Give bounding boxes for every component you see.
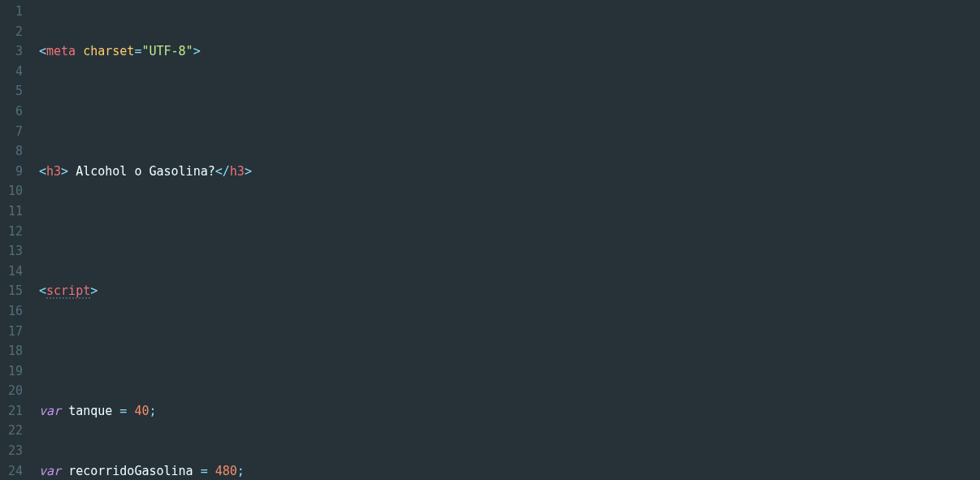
line-number: 1 <box>0 2 23 22</box>
line-number: 8 <box>0 141 23 162</box>
line-number: 16 <box>0 301 23 322</box>
code-line[interactable]: var tanque = 40; <box>39 401 980 422</box>
line-number: 17 <box>0 322 23 342</box>
line-number-gutter: 1 2 3 4 5 6 7 8 9 10 11 12 13 14 15 16 1… <box>0 0 31 480</box>
line-number: 7 <box>0 122 23 142</box>
line-number: 2 <box>0 22 23 42</box>
line-number: 14 <box>0 262 23 282</box>
code-editor[interactable]: 1 2 3 4 5 6 7 8 9 10 11 12 13 14 15 16 1… <box>0 0 980 480</box>
code-line[interactable] <box>39 341 980 361</box>
code-line[interactable]: <script> <box>39 281 980 301</box>
line-number: 15 <box>0 281 23 301</box>
line-number: 23 <box>0 441 23 461</box>
line-number: 21 <box>0 401 23 422</box>
line-number: 18 <box>0 341 23 361</box>
line-number: 22 <box>0 421 23 441</box>
line-number: 9 <box>0 162 23 182</box>
code-line[interactable] <box>39 102 980 122</box>
line-number: 4 <box>0 62 23 82</box>
line-number: 5 <box>0 81 23 102</box>
line-number: 12 <box>0 222 23 242</box>
code-line[interactable]: <meta charset="UTF-8"> <box>39 41 980 62</box>
line-number: 10 <box>0 181 23 201</box>
code-area[interactable]: <meta charset="UTF-8"> <h3> Alcohol o Ga… <box>31 0 980 480</box>
code-line[interactable]: <h3> Alcohol o Gasolina?</h3> <box>39 162 980 182</box>
code-line[interactable] <box>39 222 980 242</box>
line-number: 13 <box>0 241 23 262</box>
line-number: 20 <box>0 381 23 401</box>
line-number: 11 <box>0 201 23 222</box>
line-number: 6 <box>0 102 23 122</box>
line-number: 19 <box>0 361 23 382</box>
line-number: 24 <box>0 461 23 480</box>
code-line[interactable]: var recorridoGasolina = 480; <box>39 461 980 480</box>
line-number: 3 <box>0 41 23 62</box>
